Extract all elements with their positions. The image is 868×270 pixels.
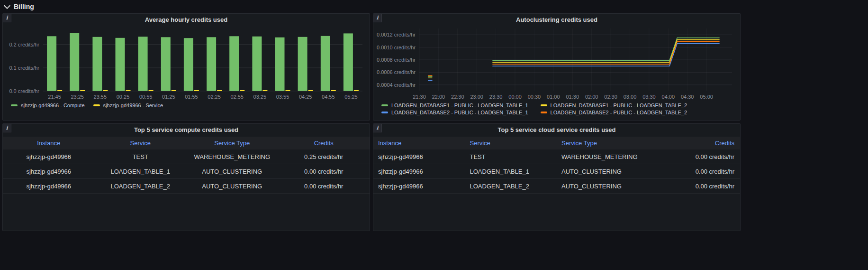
bar-service xyxy=(286,90,290,91)
info-icon[interactable]: i xyxy=(3,14,11,22)
bar-compute xyxy=(116,38,125,91)
avg-hourly-legend: sjhzzjp-gd49966 - Computesjhzzjp-gd49966… xyxy=(5,102,367,108)
series-line xyxy=(493,38,719,61)
legend-swatch-icon xyxy=(11,104,18,106)
legend-label: sjhzzjp-gd49966 - Service xyxy=(103,102,163,108)
legend-label: LOADGEN_DATABASE1 - PUBLIC - LOADGEN_TAB… xyxy=(551,102,687,108)
legend-item[interactable]: LOADGEN_DATABASE1 - PUBLIC - LOADGEN_TAB… xyxy=(381,102,528,108)
x-axis-label: 00:00 xyxy=(508,94,522,100)
bar-compute xyxy=(161,37,171,91)
legend-item[interactable]: LOADGEN_DATABASE2 - PUBLIC - LOADGEN_TAB… xyxy=(381,110,528,115)
bar-service xyxy=(354,90,359,91)
panel-body: 21:3022:0022:3023:0023:3000:0000:3001:00… xyxy=(373,26,740,115)
panel-header[interactable]: Top 5 service compute credits used xyxy=(3,124,370,136)
panel-body: 0.0 credits/hr0.1 credits/hr0.2 credits/… xyxy=(3,26,370,108)
table-header-cell[interactable]: Service xyxy=(465,140,557,147)
panel-title[interactable]: Average hourly credits used xyxy=(145,16,227,23)
x-axis-label: 01:25 xyxy=(162,94,175,100)
section-title: Billing xyxy=(14,3,34,10)
x-axis-label: 03:55 xyxy=(276,94,289,100)
legend-item[interactable]: sjhzzjp-gd49966 - Compute xyxy=(11,102,85,108)
autoclustering-line-chart[interactable]: 21:3022:0022:3023:0023:3000:0000:3001:00… xyxy=(376,26,738,102)
table-row: sjhzzjp-gd49966LOADGEN_TABLE_1AUTO_CLUST… xyxy=(373,164,740,179)
x-axis-label: 00:30 xyxy=(528,94,541,100)
info-icon[interactable]: i xyxy=(3,124,11,132)
table-row: sjhzzjp-gd49966TESTWAREHOUSE_METERING0.0… xyxy=(373,149,740,164)
table-cell: 0.25 credits/hr xyxy=(278,153,370,160)
legend-swatch-icon xyxy=(541,112,547,113)
table-cell: sjhzzjp-gd49966 xyxy=(373,168,465,175)
bar-service xyxy=(172,90,176,91)
table-cell: sjhzzjp-gd49966 xyxy=(3,153,95,160)
x-axis-label: 03:25 xyxy=(253,94,267,100)
legend-label: LOADGEN_DATABASE1 - PUBLIC - LOADGEN_TAB… xyxy=(391,102,528,108)
y-axis-label: 0.0 credits/hr xyxy=(9,88,39,94)
x-axis-label: 04:30 xyxy=(681,94,694,100)
info-icon-glyph: i xyxy=(6,15,8,21)
info-icon-glyph: i xyxy=(376,15,378,21)
table-header-cell[interactable]: Service Type xyxy=(557,140,649,147)
avg-hourly-bar-chart[interactable]: 0.0 credits/hr0.1 credits/hr0.2 credits/… xyxy=(5,26,367,102)
table-cell: 0.00 credits/hr xyxy=(278,168,370,175)
bar-compute xyxy=(138,37,148,91)
legend-swatch-icon xyxy=(93,104,100,106)
legend-item[interactable]: sjhzzjp-gd49966 - Service xyxy=(93,102,163,108)
series-line xyxy=(493,42,719,65)
x-axis-label: 02:30 xyxy=(604,94,617,100)
x-axis-label: 21:45 xyxy=(48,94,61,100)
legend-label: sjhzzjp-gd49966 - Compute xyxy=(21,102,85,108)
table-cell: LOADGEN_TABLE_2 xyxy=(95,183,187,190)
panel-header[interactable]: Top 5 service cloud service credits used xyxy=(373,124,740,136)
billing-row-toggle[interactable]: Billing xyxy=(4,1,34,12)
x-axis-label: 01:55 xyxy=(185,94,198,100)
panel-header[interactable]: Autoclustering credits used xyxy=(373,14,740,26)
panel-title[interactable]: Autoclustering credits used xyxy=(516,16,597,23)
x-axis-label: 00:55 xyxy=(139,94,153,100)
table-header-cell[interactable]: Instance xyxy=(373,140,465,147)
x-axis-label: 02:00 xyxy=(585,94,598,100)
x-axis-label: 21:30 xyxy=(413,94,426,100)
y-axis-label: 0.0010 credits/hr xyxy=(377,45,416,50)
table-header-cell[interactable]: Service Type xyxy=(186,140,278,147)
x-axis-label: 02:55 xyxy=(230,94,244,100)
legend-item[interactable]: LOADGEN_DATABASE2 - PUBLIC - LOADGEN_TAB… xyxy=(541,110,687,115)
autoclustering-legend: LOADGEN_DATABASE1 - PUBLIC - LOADGEN_TAB… xyxy=(376,102,738,115)
bar-compute xyxy=(298,37,307,91)
x-axis-label: 23:55 xyxy=(94,94,107,100)
info-icon[interactable]: i xyxy=(373,124,382,132)
panel-title[interactable]: Top 5 service cloud service credits used xyxy=(497,126,615,133)
panel-title[interactable]: Top 5 service compute credits used xyxy=(134,126,238,133)
panel-average-hourly-credits: i Average hourly credits used 0.0 credit… xyxy=(2,13,370,121)
panel-header[interactable]: Average hourly credits used xyxy=(3,14,370,26)
legend-item[interactable]: LOADGEN_DATABASE1 - PUBLIC - LOADGEN_TAB… xyxy=(541,102,687,108)
bar-service xyxy=(262,90,267,91)
legend-label: LOADGEN_DATABASE2 - PUBLIC - LOADGEN_TAB… xyxy=(391,110,528,115)
bar-compute xyxy=(252,37,262,91)
info-icon[interactable]: i xyxy=(373,14,382,22)
y-axis-label: 0.1 credits/hr xyxy=(9,65,39,71)
table-cell: sjhzzjp-gd49966 xyxy=(3,183,95,190)
x-axis-label: 04:25 xyxy=(299,94,312,100)
series-line xyxy=(493,40,719,63)
bar-service xyxy=(217,90,222,91)
legend-swatch-icon xyxy=(381,112,388,113)
x-axis-label: 04:00 xyxy=(662,94,675,100)
cloud-credits-table: InstanceServiceService TypeCreditssjhzzj… xyxy=(373,137,740,194)
bar-service xyxy=(80,90,85,91)
table-row: sjhzzjp-gd49966TESTWAREHOUSE_METERING0.2… xyxy=(3,149,370,164)
series-line xyxy=(493,44,719,66)
bar-compute xyxy=(321,36,330,91)
table-header-cell[interactable]: Credits xyxy=(278,140,370,147)
table-cell: TEST xyxy=(95,153,187,160)
x-axis-label: 02:25 xyxy=(208,94,221,100)
table-header-row: InstanceServiceService TypeCredits xyxy=(3,137,370,149)
table-header-cell[interactable]: Credits xyxy=(649,140,741,147)
table-header-cell[interactable]: Instance xyxy=(3,140,95,147)
x-axis-label: 23:00 xyxy=(470,94,483,100)
table-row: sjhzzjp-gd49966LOADGEN_TABLE_2AUTO_CLUST… xyxy=(373,179,740,194)
table-header-cell[interactable]: Service xyxy=(95,140,187,147)
bar-compute xyxy=(229,36,239,91)
table-cell: LOADGEN_TABLE_1 xyxy=(95,168,187,175)
table-row: sjhzzjp-gd49966LOADGEN_TABLE_2AUTO_CLUST… xyxy=(3,179,370,194)
x-axis-label: 01:30 xyxy=(566,94,579,100)
